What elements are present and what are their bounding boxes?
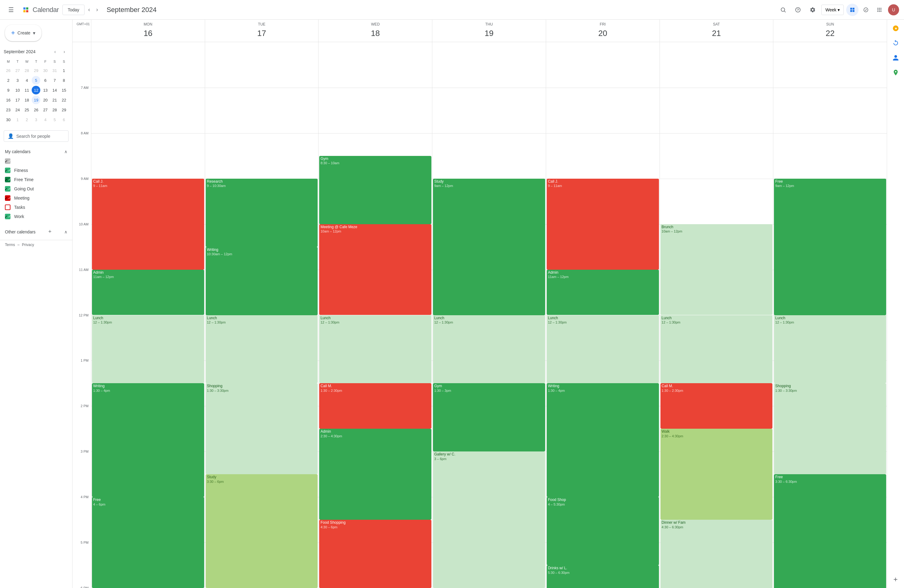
calendar-item-tasks[interactable]: Tasks	[4, 203, 69, 212]
avatar[interactable]: U	[888, 4, 899, 15]
event-lunch-wed[interactable]: Lunch 12 – 1:30pm	[319, 315, 431, 384]
prev-button[interactable]: ‹	[86, 4, 93, 15]
mini-day[interactable]: 24	[13, 106, 22, 114]
event-free-sun[interactable]: Free 9am – 12pm	[774, 179, 886, 315]
apps-button[interactable]	[873, 4, 885, 16]
event-study-tue[interactable]: Study 3:30 – 6pm	[206, 474, 318, 588]
mini-day[interactable]: 30	[4, 115, 13, 124]
date-16[interactable]: 16	[141, 27, 155, 41]
event-dinner-fam-sat[interactable]: Dinner w/ Fam 4:30 – 6:30pm	[661, 520, 773, 588]
day-col-fri[interactable]: Call J. 9 – 11am Admin 11am – 12pm Lunch…	[546, 42, 659, 588]
mini-day[interactable]: 8	[60, 76, 68, 85]
date-19[interactable]: 19	[482, 27, 496, 41]
mini-day[interactable]: 2	[4, 76, 13, 85]
mini-next-button[interactable]: ›	[60, 47, 69, 56]
date-18[interactable]: 18	[368, 27, 382, 41]
privacy-link[interactable]: Privacy	[22, 243, 34, 247]
event-lunch-tue[interactable]: Lunch 12 – 1:30pm	[206, 315, 318, 384]
mini-day[interactable]: 31	[51, 66, 59, 75]
mini-day[interactable]: 5	[32, 76, 40, 85]
event-lunch-mon[interactable]: Lunch 12 – 1:30pm	[92, 315, 204, 384]
create-button[interactable]: + Create ▾	[5, 25, 41, 41]
mini-cal-title[interactable]: September 2024	[4, 49, 36, 54]
mini-day[interactable]: 18	[22, 96, 31, 104]
my-calendars-header[interactable]: My calendars ∧	[4, 147, 69, 156]
event-lunch-thu[interactable]: Lunch 12 – 1:30pm	[433, 315, 545, 384]
event-writing-fri[interactable]: Writing 1:30 – 4pm	[547, 383, 659, 497]
mini-day[interactable]: 14	[51, 86, 59, 95]
event-lunch-sun[interactable]: Lunch 12 – 1:30pm	[774, 315, 886, 384]
mini-day-today[interactable]: 12	[32, 86, 40, 95]
calendar-checkbox-work[interactable]: ✓	[5, 214, 11, 219]
today-button[interactable]: Today	[62, 5, 84, 15]
other-calendars-header[interactable]: Other calendars + ∧	[4, 226, 69, 237]
calendar-checkbox-going-out[interactable]: ✓	[5, 186, 11, 191]
event-lunch-sat[interactable]: Lunch 12 – 1:30pm	[661, 315, 773, 384]
mini-day[interactable]: 27	[13, 66, 22, 75]
next-button[interactable]: ›	[94, 4, 101, 15]
event-admin-wed[interactable]: Admin 2:30 – 4:30pm	[319, 429, 431, 520]
event-shopping-sun[interactable]: Shopping 1:30 – 3:30pm	[774, 383, 886, 474]
mini-day[interactable]: 5	[51, 115, 59, 124]
people-search[interactable]: 👤 Search for people	[4, 130, 69, 142]
calendar-checkbox-fitness[interactable]: ✓	[5, 168, 11, 173]
calendar-item-going-out[interactable]: ✓ Going Out	[4, 184, 69, 193]
date-21[interactable]: 21	[710, 27, 724, 41]
mini-day[interactable]: 16	[4, 96, 13, 104]
day-col-wed[interactable]: Gym 8:30 – 10am Meeting @ Cafe Meze 10am…	[318, 42, 432, 588]
mini-day[interactable]: 17	[13, 96, 22, 104]
right-panel-calendar-icon[interactable]: ★	[890, 22, 902, 35]
event-admin-fri[interactable]: Admin 11am – 12pm	[547, 270, 659, 315]
calendar-checkbox-free-time[interactable]: ✓	[5, 177, 11, 182]
event-call-j-fri[interactable]: Call J. 9 – 11am	[547, 179, 659, 270]
event-gym-wed[interactable]: Gym 8:30 – 10am	[319, 156, 431, 224]
settings-button[interactable]	[806, 4, 819, 16]
right-panel-location-icon[interactable]	[890, 66, 902, 79]
mini-day[interactable]: 6	[60, 115, 68, 124]
event-admin-mon[interactable]: Admin 11am – 12pm	[92, 270, 204, 315]
right-panel-refresh-icon[interactable]	[890, 37, 902, 49]
event-food-shopping-wed[interactable]: Food Shopping 4:30 – 6pm	[319, 520, 431, 588]
day-col-sun[interactable]: Free 9am – 12pm Lunch 12 – 1:30pm Shoppi…	[773, 42, 887, 588]
event-free-mon[interactable]: Free 4 – 6pm	[92, 497, 204, 588]
mini-day[interactable]: 23	[4, 106, 13, 114]
calendar-item-free-time[interactable]: ✓ Free Time	[4, 175, 69, 184]
mini-day[interactable]: 3	[32, 115, 40, 124]
event-study-thu[interactable]: Study 9am – 12pm	[433, 179, 545, 315]
mini-day[interactable]: 22	[60, 96, 68, 104]
mini-day[interactable]: 13	[41, 86, 50, 95]
mini-day[interactable]: 25	[22, 106, 31, 114]
calendar-checkbox-meeting[interactable]: ✓	[5, 195, 11, 201]
grid-view-button[interactable]	[846, 4, 858, 16]
event-call-m-sat[interactable]: Call M. 1:30 – 2:30pm	[661, 383, 773, 429]
day-col-sat[interactable]: Brunch 10am – 12pm Lunch 12 – 1:30pm Cal…	[659, 42, 773, 588]
week-selector[interactable]: Week ▾	[821, 5, 844, 15]
mini-day[interactable]: 28	[22, 66, 31, 75]
calendar-item-fitness[interactable]: ✓ Fitness	[4, 166, 69, 175]
event-free2-sun[interactable]: Free 3:30 – 6:30pm	[774, 474, 886, 588]
mini-day[interactable]: 28	[51, 106, 59, 114]
mini-day[interactable]: 4	[22, 76, 31, 85]
event-writing-mon[interactable]: Writing 1:30 – 4pm	[92, 383, 204, 497]
event-gallery-thu[interactable]: Gallery w/ C. 3 – 6pm	[433, 452, 545, 588]
mini-day[interactable]: 27	[41, 106, 50, 114]
right-panel-person-icon[interactable]	[890, 52, 902, 64]
mini-day[interactable]: 26	[4, 66, 13, 75]
mini-day[interactable]: 4	[41, 115, 50, 124]
event-food-shop-fri[interactable]: Food Shop 4 – 5:30pm	[547, 497, 659, 565]
event-meeting-cafe-wed[interactable]: Meeting @ Cafe Meze 10am – 12pm	[319, 224, 431, 315]
event-lunch-fri[interactable]: Lunch 12 – 1:30pm	[547, 315, 659, 384]
event-walk-sat[interactable]: Walk 2:30 – 4:30pm	[661, 429, 773, 520]
mini-day[interactable]: 6	[41, 76, 50, 85]
mini-day[interactable]: 7	[51, 76, 59, 85]
mini-day[interactable]: 3	[13, 76, 22, 85]
mini-day[interactable]: 29	[32, 66, 40, 75]
mini-day[interactable]: 9	[4, 86, 13, 95]
help-button[interactable]: ?	[792, 4, 804, 16]
day-col-mon[interactable]: Call J. 9 – 11am Admin 11am – 12pm Lunch…	[91, 42, 205, 588]
event-call-m-wed[interactable]: Call M. 1:30 – 2:30pm	[319, 383, 431, 429]
calendar-checkbox-personal[interactable]: ✓	[5, 158, 11, 164]
mini-day-selected[interactable]: 19	[32, 96, 40, 104]
mini-day[interactable]: 20	[41, 96, 50, 104]
calendar-item-work[interactable]: ✓ Work	[4, 212, 69, 221]
